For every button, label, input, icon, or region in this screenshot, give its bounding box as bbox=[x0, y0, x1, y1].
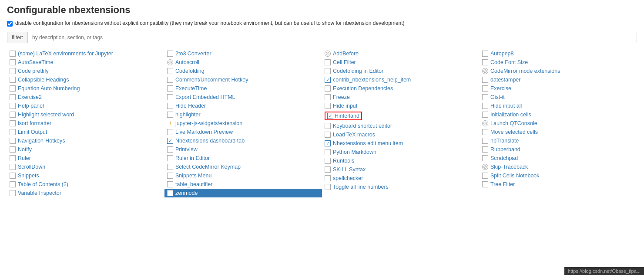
ext-link-2to3-converter[interactable]: 2to3 Converter bbox=[175, 51, 211, 57]
ext-item-table-of-contents[interactable]: Table of Contents (2) bbox=[7, 180, 164, 189]
ext-item-toggle-line-numbers[interactable]: Toggle all line numbers bbox=[322, 183, 480, 191]
ext-item-table-beautifier[interactable]: table_beautifier bbox=[164, 180, 322, 189]
ext-item-code-prettify[interactable]: Code prettify bbox=[7, 67, 164, 75]
ext-link-select-codemirror-keymap[interactable]: Select CodeMirror Keymap bbox=[175, 164, 241, 170]
ext-link-highlight-selected-word[interactable]: Highlight selected word bbox=[18, 112, 74, 118]
ext-item-nbextensions-dashboard-tab[interactable]: ✓Nbextensions dashboard tab bbox=[164, 136, 322, 145]
ext-link-code-prettify[interactable]: Code prettify bbox=[18, 68, 49, 74]
ext-link-collapsible-headings[interactable]: Collapsible Headings bbox=[18, 77, 69, 83]
ext-item-autosavetime[interactable]: AutoSaveTime bbox=[7, 58, 164, 67]
ext-link-isort-formatter[interactable]: isort formatter bbox=[18, 120, 51, 126]
ext-link-autopep8[interactable]: Autopep8 bbox=[490, 51, 514, 57]
ext-link-toggle-line-numbers[interactable]: Toggle all line numbers bbox=[333, 184, 389, 190]
ext-link-initialization-cells[interactable]: Initialization cells bbox=[490, 112, 531, 118]
ext-item-jupyter-js-widgets[interactable]: !jupyter-js-widgets/extension bbox=[164, 119, 322, 128]
ext-item-python-markdown[interactable]: Python Markdown bbox=[322, 148, 480, 156]
ext-item-notify[interactable]: Notify bbox=[7, 145, 164, 154]
ext-item-nbextensions-edit-menu[interactable]: ✓Nbextensions edit menu item bbox=[322, 139, 480, 148]
ext-link-nbextensions-edit-menu[interactable]: Nbextensions edit menu item bbox=[333, 140, 403, 146]
ext-item-contrib-nbextensions-help[interactable]: ✓contrib_nbextensions_help_item bbox=[322, 75, 480, 84]
ext-link-launch-qtconsole[interactable]: Launch QTConsole bbox=[490, 120, 537, 126]
ext-link-runtools[interactable]: Runtools bbox=[333, 158, 354, 164]
ext-item-runtools[interactable]: Runtools bbox=[322, 156, 480, 165]
ext-item-codemirror-mode-ext[interactable]: ⊘CodeMirror mode extensions bbox=[480, 67, 637, 75]
ext-link-comment-uncomment[interactable]: Comment/Uncomment Hotkey bbox=[175, 77, 248, 83]
ext-item-codefolding[interactable]: Codefolding bbox=[164, 67, 322, 75]
ext-item-autoscroll[interactable]: ⊘Autoscroll bbox=[164, 58, 322, 67]
ext-item-live-markdown-preview[interactable]: Live Markdown Preview bbox=[164, 128, 322, 136]
ext-link-navigation-hotkeys[interactable]: Navigation-Hotkeys bbox=[18, 138, 65, 144]
ext-item-code-font-size[interactable]: Code Font Size bbox=[480, 58, 637, 67]
ext-link-scrolldown[interactable]: ScrollDown bbox=[18, 164, 45, 170]
ext-item-datestamper[interactable]: datestamper bbox=[480, 75, 637, 84]
ext-link-tree-filter[interactable]: Tree Filter bbox=[490, 181, 515, 187]
ext-link-codemirror-mode-ext[interactable]: CodeMirror mode extensions bbox=[490, 68, 560, 74]
ext-link-hide-input-all[interactable]: Hide input all bbox=[490, 103, 522, 109]
ext-link-live-markdown-preview[interactable]: Live Markdown Preview bbox=[175, 129, 233, 135]
ext-link-split-cells-notebook[interactable]: Split Cells Notebook bbox=[490, 173, 540, 179]
ext-link-jupyter-js-widgets[interactable]: jupyter-js-widgets/extension bbox=[175, 120, 242, 126]
ext-item-hinterland[interactable]: ✓Hinterland bbox=[322, 110, 480, 122]
ext-link-contrib-nbextensions-help[interactable]: contrib_nbextensions_help_item bbox=[333, 77, 411, 83]
ext-item-hide-input[interactable]: Hide input bbox=[322, 102, 480, 110]
ext-link-help-panel[interactable]: Help panel bbox=[18, 103, 44, 109]
ext-item-printview[interactable]: Printview bbox=[164, 145, 322, 154]
ext-item-export-embedded-html[interactable]: Export Embedded HTML bbox=[164, 93, 322, 102]
filter-input[interactable] bbox=[28, 32, 637, 43]
ext-link-hide-header[interactable]: Hide Header bbox=[175, 103, 206, 109]
ext-link-codefolding-editor[interactable]: Codefolding in Editor bbox=[333, 68, 383, 74]
ext-item-limit-output[interactable]: Limit Output bbox=[7, 128, 164, 136]
ext-item-executetime[interactable]: ExecuteTime bbox=[164, 84, 322, 93]
ext-link-keyboard-shortcut-editor[interactable]: Keyboard shortcut editor bbox=[333, 123, 392, 129]
ext-item-hide-header[interactable]: Hide Header bbox=[164, 102, 322, 110]
ext-link-table-of-contents[interactable]: Table of Contents (2) bbox=[18, 181, 68, 187]
ext-item-isort-formatter[interactable]: isort formatter bbox=[7, 119, 164, 128]
ext-item-move-selected-cells[interactable]: Move selected cells bbox=[480, 128, 637, 136]
ext-item-load-tex-macros[interactable]: Load TeX macros bbox=[322, 130, 480, 139]
ext-link-latex-env[interactable]: (some) LaTeX environments for Jupyter bbox=[18, 51, 113, 57]
ext-item-scrolldown[interactable]: ScrollDown bbox=[7, 163, 164, 171]
ext-item-ruler[interactable]: Ruler bbox=[7, 154, 164, 163]
ext-item-nbtranslate[interactable]: nbTranslate bbox=[480, 136, 637, 145]
ext-item-rubberband[interactable]: Rubberband bbox=[480, 145, 637, 154]
ext-item-highlight-selected-word[interactable]: Highlight selected word bbox=[7, 110, 164, 119]
ext-item-skill-syntax[interactable]: SKILL Syntax bbox=[322, 165, 480, 174]
ext-link-nbextensions-dashboard-tab[interactable]: Nbextensions dashboard tab bbox=[175, 138, 245, 144]
ext-item-addbefore[interactable]: ⊘AddBefore bbox=[322, 49, 480, 58]
ext-item-freeze[interactable]: Freeze bbox=[322, 93, 480, 102]
ext-item-collapsible-headings[interactable]: Collapsible Headings bbox=[7, 75, 164, 84]
ext-link-snippets-menu[interactable]: Snippets Menu bbox=[175, 173, 211, 179]
ext-item-comment-uncomment[interactable]: Comment/Uncomment Hotkey bbox=[164, 75, 322, 84]
ext-link-code-font-size[interactable]: Code Font Size bbox=[490, 59, 528, 65]
ext-item-variable-inspector[interactable]: Variable Inspector bbox=[7, 189, 164, 197]
ext-link-executetime[interactable]: ExecuteTime bbox=[175, 85, 207, 92]
ext-item-execution-dependencies[interactable]: Execution Dependencies bbox=[322, 84, 480, 93]
ext-link-highlighter[interactable]: highlighter bbox=[175, 112, 201, 118]
ext-link-load-tex-macros[interactable]: Load TeX macros bbox=[333, 132, 375, 138]
ext-link-notify[interactable]: Notify bbox=[18, 146, 32, 153]
ext-link-move-selected-cells[interactable]: Move selected cells bbox=[490, 129, 538, 135]
ext-item-navigation-hotkeys[interactable]: Navigation-Hotkeys bbox=[7, 136, 164, 145]
ext-link-limit-output[interactable]: Limit Output bbox=[18, 129, 47, 135]
ext-link-scratchpad[interactable]: Scratchpad bbox=[490, 155, 518, 161]
compat-checkbox[interactable] bbox=[7, 21, 13, 27]
ext-link-equation-auto-numbering[interactable]: Equation Auto Numbering bbox=[18, 85, 80, 92]
ext-item-scratchpad[interactable]: Scratchpad bbox=[480, 154, 637, 163]
ext-link-ruler[interactable]: Ruler bbox=[18, 155, 31, 161]
ext-link-autosavetime[interactable]: AutoSaveTime bbox=[18, 59, 54, 65]
ext-link-freeze[interactable]: Freeze bbox=[333, 94, 350, 100]
ext-item-tree-filter[interactable]: Tree Filter bbox=[480, 180, 637, 189]
ext-item-split-cells-notebook[interactable]: Split Cells Notebook bbox=[480, 171, 637, 180]
ext-link-exercise[interactable]: Exercise bbox=[490, 85, 511, 92]
ext-item-select-codemirror-keymap[interactable]: Select CodeMirror Keymap bbox=[164, 163, 322, 171]
ext-item-2to3-converter[interactable]: 2to3 Converter bbox=[164, 49, 322, 58]
ext-item-latex-env[interactable]: (some) LaTeX environments for Jupyter bbox=[7, 49, 164, 58]
ext-item-codefolding-editor[interactable]: Codefolding in Editor bbox=[322, 67, 480, 75]
ext-item-autopep8[interactable]: Autopep8 bbox=[480, 49, 637, 58]
ext-item-ruler-in-editor[interactable]: Ruler in Editor bbox=[164, 154, 322, 163]
ext-link-printview[interactable]: Printview bbox=[175, 146, 198, 153]
ext-item-exercise2[interactable]: Exercise2 bbox=[7, 93, 164, 102]
ext-item-snippets-menu[interactable]: Snippets Menu bbox=[164, 171, 322, 180]
ext-link-exercise2[interactable]: Exercise2 bbox=[18, 94, 42, 100]
ext-item-spellchecker[interactable]: spellchecker bbox=[322, 174, 480, 183]
